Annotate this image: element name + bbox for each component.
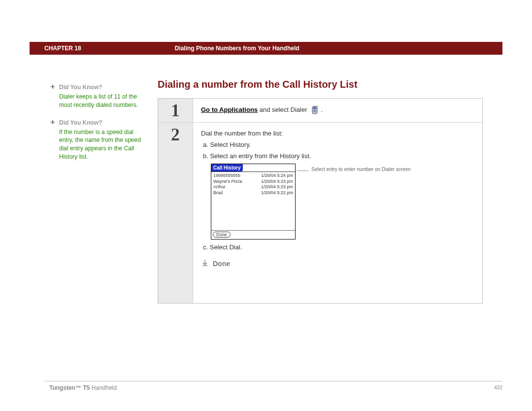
go-to-applications-link[interactable]: Go to Applications (201, 106, 258, 113)
step-number: 2 (158, 126, 193, 143)
entry-timestamp: 1/20/04 5:22 pm (261, 190, 293, 196)
dyk-body: If the number is a speed dial entry, the… (49, 128, 148, 161)
step-number-cell: 2 (158, 123, 193, 303)
done-indicator: Done (201, 259, 474, 268)
steps-container: 1 Go to Applications and select Dialer (158, 98, 483, 304)
annotation-text: Select entry to enter number on Dialer s… (311, 167, 411, 172)
step-1-text: and select Dialer (258, 106, 309, 113)
chapter-header-bar: CHAPTER 18 Dialing Phone Numbers from Yo… (30, 42, 502, 55)
dyk-header: + Did You Know? (49, 84, 148, 91)
entry-name: 19995555555 (213, 173, 259, 179)
plus-icon: + (49, 84, 56, 91)
step-2-sublist: a. Select History. b. Select an entry fr… (201, 141, 474, 160)
done-button[interactable]: Done (213, 232, 231, 238)
did-you-know-1: + Did You Know? Dialer keeps a list of 1… (49, 84, 148, 109)
step-2-body: Dial the number from the list: a. Select… (193, 123, 482, 303)
svg-point-7 (315, 111, 316, 112)
step-1-row: 1 Go to Applications and select Dialer (158, 99, 482, 123)
call-history-footer: Done (211, 230, 295, 239)
svg-point-4 (315, 110, 316, 110)
entry-timestamp: 1/20/04 5:24 pm (261, 173, 293, 179)
call-history-window: Call History 19995555555 1/20/04 5:24 pm… (211, 164, 296, 240)
annotation-connector (297, 171, 308, 171)
step-number-cell: 1 (158, 99, 193, 123)
svg-point-5 (314, 111, 314, 112)
list-item[interactable]: Arthur 1/20/04 5:23 pm (213, 184, 293, 190)
manual-page: CHAPTER 18 Dialing Phone Numbers from Yo… (0, 0, 532, 411)
page-title: Dialing Phone Numbers from Your Handheld (175, 45, 299, 52)
footer-divider (44, 381, 502, 381)
call-history-title: Call History (211, 164, 243, 171)
step-2-intro: Dial the number from the list: (201, 130, 474, 137)
chapter-label: CHAPTER 18 (44, 45, 81, 52)
step-1-body: Go to Applications and select Dialer . (193, 99, 482, 123)
entry-name: Wayne's Pizza (213, 179, 259, 185)
dyk-label: Did You Know? (59, 84, 102, 91)
product-name-bold: Tungsten™ T5 (49, 384, 90, 391)
dyk-header: + Did You Know? (49, 119, 148, 126)
svg-point-3 (314, 110, 315, 110)
substep-c: c. Select Dial. (203, 243, 474, 251)
svg-line-8 (317, 105, 319, 107)
entry-timestamp: 1/20/04 5:23 pm (261, 184, 293, 190)
svg-point-2 (314, 110, 314, 110)
done-label: Done (213, 260, 230, 268)
substep-a: a. Select History. (203, 141, 474, 148)
dyk-label: Did You Know? (59, 119, 102, 126)
substep-b: b. Select an entry from the History list… (203, 152, 474, 160)
entry-name: Brad (213, 190, 259, 196)
entry-name: Arthur (213, 184, 259, 190)
footer-product: Tungsten™ T5 Handheld (49, 384, 117, 391)
call-history-titlebar: Call History (211, 164, 295, 172)
svg-rect-1 (313, 107, 317, 109)
call-history-list: 19995555555 1/20/04 5:24 pm Wayne's Pizz… (211, 172, 295, 227)
step-2-row: 2 Dial the number from the list: a. Sele… (158, 123, 482, 303)
sidebar: + Did You Know? Dialer keeps a list of 1… (30, 79, 158, 385)
list-item[interactable]: 19995555555 1/20/04 5:24 pm (213, 173, 293, 179)
page-number: 432 (494, 385, 502, 390)
step-number: 1 (158, 102, 193, 119)
dialer-icon (310, 105, 320, 115)
step-2-sublist-c: c. Select Dial. (201, 243, 474, 251)
list-item[interactable]: Brad 1/20/04 5:22 pm (213, 190, 293, 196)
plus-icon: + (49, 119, 56, 126)
dyk-body: Dialer keeps a list of 11 of the most re… (49, 93, 148, 109)
main-column: Dialing a number from the Call History L… (158, 79, 502, 385)
section-title: Dialing a number from the Call History L… (158, 79, 483, 90)
entry-timestamp: 1/20/04 5:23 pm (261, 179, 293, 185)
did-you-know-2: + Did You Know? If the number is a speed… (49, 119, 148, 161)
svg-point-6 (314, 111, 315, 112)
list-item[interactable]: Wayne's Pizza 1/20/04 5:23 pm (213, 179, 293, 185)
call-history-figure: Call History 19995555555 1/20/04 5:24 pm… (211, 164, 474, 240)
content-area: + Did You Know? Dialer keeps a list of 1… (30, 59, 502, 385)
product-name-rest: Handheld (90, 384, 117, 391)
down-arrow-icon (201, 259, 209, 268)
step-1-tail: . (321, 106, 323, 113)
